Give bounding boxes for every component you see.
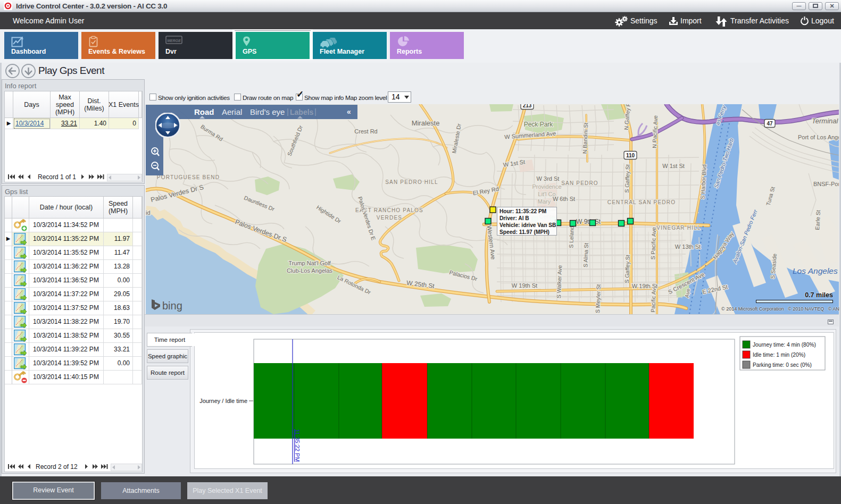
svg-text:110: 110 [626,153,635,158]
svg-text:Terminal Isl: Terminal Isl [812,117,839,125]
svg-text:CENTRAL SAN PEDRO: CENTRAL SAN PEDRO [607,199,676,205]
svg-text:S Leland: S Leland [568,226,574,248]
svg-text:BNSF-Port: BNSF-Port [813,181,839,187]
svg-text:Earle St: Earle St [814,210,821,230]
svg-text:Idle time: 1 min (20%): Idle time: 1 min (20%) [753,352,805,358]
svg-text:S Walker Ave: S Walker Ave [555,265,563,298]
svg-text:Mary: Mary [538,198,551,205]
svg-text:bing: bing [162,300,182,312]
svg-text:Peck Park: Peck Park [524,121,554,128]
svg-text:S Gaffey St: S Gaffey St [623,255,631,283]
svg-text:W 9th St: W 9th St [576,218,601,225]
svg-text:W 19th St: W 19th St [512,282,537,289]
svg-text:W 3rd St: W 3rd St [537,175,560,182]
svg-text:N Pacific Ave: N Pacific Ave [651,115,659,148]
svg-text:W 1st St: W 1st St [662,163,685,169]
svg-text:W 19th St: W 19th St [632,283,657,289]
svg-text:S Meyler St: S Meyler St [594,284,602,313]
svg-text:Crest Rd: Crest Rd [354,128,377,135]
svg-text:Parking time: 0 sec (0%): Parking time: 0 sec (0%) [753,362,812,368]
svg-text:SAN PEDRO: SAN PEDRO [561,180,598,186]
svg-text:id: id [146,209,151,216]
svg-text:Trump Nat'l Golf: Trump Nat'l Golf [288,260,331,266]
svg-text:Miraleste: Miraleste [412,119,440,127]
svg-text:S Alma St: S Alma St [582,243,589,268]
svg-text:Lit'l Co: Lit'l Co [538,191,555,197]
svg-text:Journey time: 4 min (80%): Journey time: 4 min (80%) [753,342,816,348]
svg-text:W 6th St: W 6th St [553,196,575,202]
svg-text:S Gaffey St: S Gaffey St [623,164,631,193]
svg-text:Club-Los Angelas: Club-Los Angelas [287,267,333,274]
svg-text:PORTUGUESE BEND: PORTUGUESE BEND [157,174,220,180]
svg-text:VINEGAR HILL: VINEGAR HILL [656,225,701,231]
svg-text:VERDES: VERDES [377,215,402,221]
svg-text:MERGE: MERGE [167,39,181,43]
svg-text:11:35:22 PM: 11:35:22 PM [294,429,301,462]
svg-text:47: 47 [767,121,773,127]
svg-text:W 13th St: W 13th St [675,243,701,250]
svg-text:Journey / Idle time: Journey / Idle time [199,398,247,404]
svg-text:Providence: Providence [532,183,561,190]
svg-text:S Pacific Ave: S Pacific Ave [650,227,657,260]
svg-text:N Bandini St: N Bandini St [581,122,589,154]
svg-text:Port of Los Angel: Port of Los Angel [798,134,839,140]
svg-text:Los Angeles Harb: Los Angeles Harb [793,266,839,275]
svg-text:SAN PEDRO HILL: SAN PEDRO HILL [385,179,438,185]
svg-text:213: 213 [523,104,532,108]
